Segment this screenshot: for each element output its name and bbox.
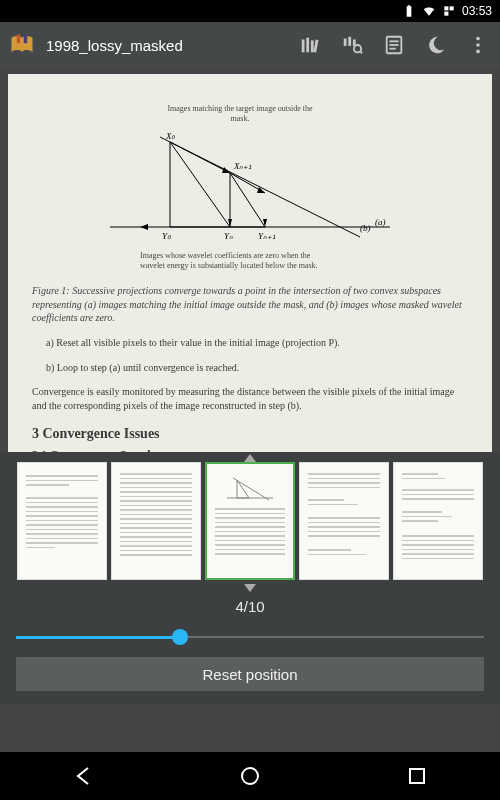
- svg-text:(b): (b): [360, 223, 371, 233]
- home-button[interactable]: [220, 752, 280, 800]
- back-button[interactable]: [53, 752, 113, 800]
- svg-rect-43: [410, 769, 424, 783]
- step-a: a) Reset all visible pixels to their val…: [46, 335, 468, 350]
- svg-rect-7: [311, 40, 314, 52]
- page-counter: 4/10: [0, 598, 500, 615]
- android-nav-bar: [0, 752, 500, 800]
- page-view[interactable]: Images matching the target image outside…: [8, 74, 492, 492]
- reset-position-button[interactable]: Reset position: [16, 657, 484, 691]
- night-mode-button[interactable]: [422, 31, 450, 59]
- current-page-marker-bottom: [244, 584, 256, 592]
- thumbnails-panel: 4/10 Reset position: [0, 452, 500, 704]
- figure-diagram: Images matching the target image outside…: [100, 104, 400, 270]
- svg-marker-41: [237, 480, 249, 498]
- page-thumbnail[interactable]: [17, 462, 107, 580]
- svg-line-27: [170, 142, 230, 173]
- slider-knob[interactable]: [172, 629, 188, 645]
- svg-line-13: [360, 51, 362, 53]
- diagram-caption-top: Images matching the target image outside…: [160, 104, 320, 123]
- svg-rect-4: [24, 35, 28, 44]
- options-button[interactable]: [380, 31, 408, 59]
- svg-text:X₀: X₀: [165, 131, 176, 141]
- document-title: 1998_lossy_masked: [46, 37, 282, 54]
- diagram-caption-bottom: Images whose wavelet coefficients are ze…: [140, 251, 320, 270]
- page-thumbnail[interactable]: [299, 462, 389, 580]
- app-bar: 1998_lossy_masked: [0, 22, 500, 68]
- step-b: b) Loop to step (a) until convergence is…: [46, 360, 468, 375]
- svg-text:Yₙ₊₁: Yₙ₊₁: [258, 231, 276, 241]
- library-button[interactable]: [296, 31, 324, 59]
- svg-rect-6: [306, 38, 309, 53]
- overflow-menu-button[interactable]: [464, 31, 492, 59]
- svg-rect-9: [344, 39, 347, 46]
- document-area: Images matching the target image outside…: [0, 68, 500, 752]
- svg-point-12: [354, 45, 361, 52]
- svg-rect-8: [313, 39, 318, 52]
- svg-text:Xₙ₊₁: Xₙ₊₁: [233, 161, 253, 171]
- svg-marker-29: [222, 167, 230, 173]
- svg-text:Y₀: Y₀: [162, 231, 171, 241]
- battery-icon: [402, 4, 416, 18]
- page-slider[interactable]: [0, 615, 500, 653]
- svg-marker-25: [170, 142, 230, 227]
- page-thumbnail[interactable]: [111, 462, 201, 580]
- app-switch-icon: [442, 4, 456, 18]
- svg-point-42: [242, 768, 258, 784]
- status-time: 03:53: [462, 4, 492, 18]
- svg-rect-5: [302, 40, 305, 53]
- recents-button[interactable]: [387, 752, 447, 800]
- svg-point-20: [476, 50, 480, 54]
- svg-rect-1: [450, 6, 454, 10]
- section-heading: 3 Convergence Issues: [32, 426, 468, 442]
- wifi-icon: [422, 4, 436, 18]
- svg-rect-3: [17, 35, 21, 44]
- svg-point-19: [476, 43, 480, 47]
- thumbnails-row[interactable]: [0, 452, 500, 584]
- paragraph-1: Convergence is easily monitored by measu…: [32, 385, 468, 414]
- current-page-marker-top: [244, 454, 256, 462]
- svg-point-18: [476, 37, 480, 41]
- library-book-icon: [8, 31, 36, 59]
- page-thumbnail[interactable]: [393, 462, 483, 580]
- svg-text:(a): (a): [375, 217, 386, 227]
- figure-caption: Figure 1: Successive projections converg…: [32, 284, 468, 325]
- svg-marker-38: [140, 224, 148, 230]
- shelves-button[interactable]: [338, 31, 366, 59]
- svg-marker-32: [263, 219, 267, 227]
- svg-text:Yₙ: Yₙ: [224, 231, 233, 241]
- page-thumbnail-current[interactable]: [205, 462, 295, 580]
- status-bar: 03:53: [0, 0, 500, 22]
- svg-rect-0: [444, 6, 448, 10]
- svg-rect-2: [444, 12, 448, 16]
- svg-rect-10: [348, 37, 351, 46]
